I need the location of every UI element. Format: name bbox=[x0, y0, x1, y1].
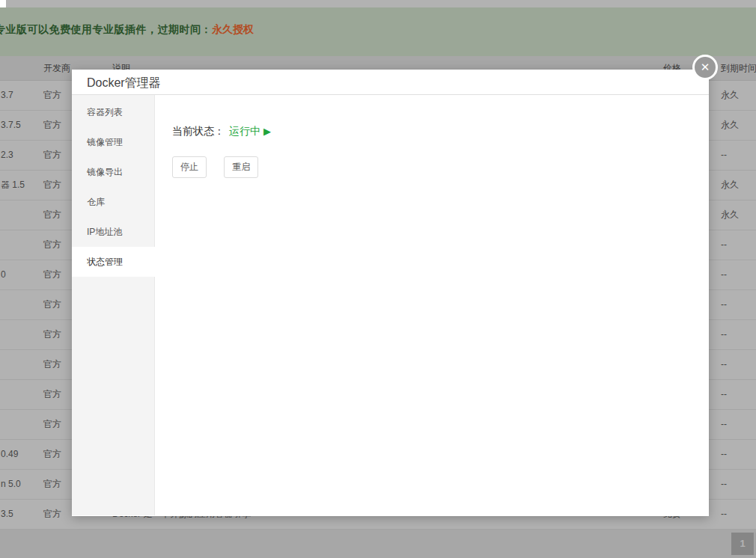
status-label: 当前状态： bbox=[172, 125, 225, 137]
modal-body: 容器列表镜像管理镜像导出仓库IP地址池状态管理 当前状态：运行中▶ 停止 重启 bbox=[72, 95, 709, 515]
modal-title: Docker管理器 bbox=[87, 76, 161, 91]
modal-sidebar: 容器列表镜像管理镜像导出仓库IP地址池状态管理 bbox=[72, 95, 155, 515]
docker-manager-modal: Docker管理器 容器列表镜像管理镜像导出仓库IP地址池状态管理 当前状态：运… bbox=[72, 70, 709, 516]
status-value: 运行中 bbox=[229, 125, 260, 137]
stop-button[interactable]: 停止 bbox=[172, 156, 207, 178]
modal-header: Docker管理器 bbox=[72, 70, 709, 95]
tab-image-export[interactable]: 镜像导出 bbox=[72, 157, 155, 187]
tab-ip-pool[interactable]: IP地址池 bbox=[72, 217, 155, 247]
restart-button[interactable]: 重启 bbox=[224, 156, 258, 178]
modal-close-button[interactable]: ✕ bbox=[692, 55, 718, 80]
status-line: 当前状态：运行中▶ bbox=[172, 125, 709, 138]
tab-status[interactable]: 状态管理 bbox=[72, 247, 155, 277]
play-icon: ▶ bbox=[263, 126, 271, 137]
tab-repository[interactable]: 仓库 bbox=[72, 187, 155, 217]
close-icon: ✕ bbox=[695, 57, 716, 78]
status-actions: 停止 重启 bbox=[172, 156, 709, 178]
tab-containers[interactable]: 容器列表 bbox=[72, 97, 155, 127]
page-corner-square bbox=[0, 0, 6, 7]
tab-images[interactable]: 镜像管理 bbox=[72, 127, 155, 157]
status-panel: 当前状态：运行中▶ 停止 重启 bbox=[155, 95, 709, 515]
